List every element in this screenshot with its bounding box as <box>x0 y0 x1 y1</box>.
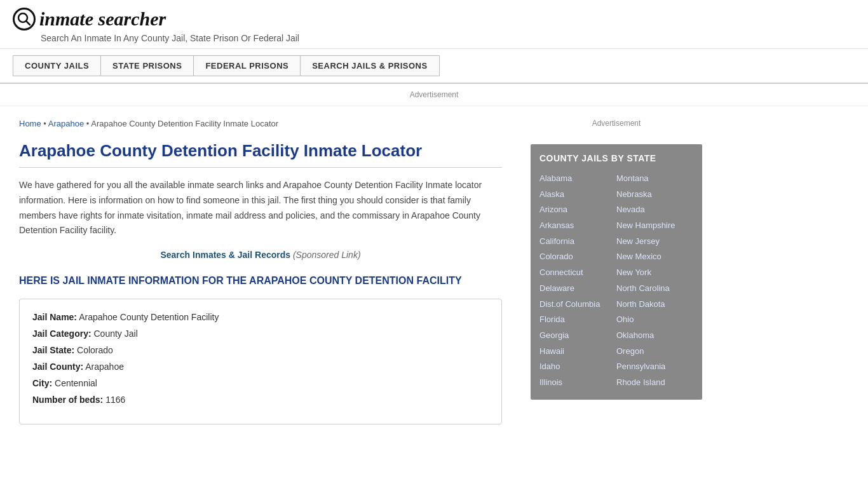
logo-icon <box>13 8 36 30</box>
state-link-idaho[interactable]: Idaho <box>539 359 616 375</box>
jail-state-row: Jail State: Colorado <box>32 345 489 355</box>
jail-category-val: County Jail <box>93 329 137 339</box>
state-link-florida[interactable]: Florida <box>539 312 616 328</box>
state-link-hawaii[interactable]: Hawaii <box>539 344 616 360</box>
breadcrumb-current: Arapahoe County Detention Facility Inmat… <box>91 119 278 128</box>
state-link-oregon[interactable]: Oregon <box>616 344 693 360</box>
state-link-ohio[interactable]: Ohio <box>616 312 693 328</box>
state-link-rhode-island[interactable]: Rhode Island <box>616 375 693 391</box>
state-link-new-mexico[interactable]: New Mexico <box>616 249 693 265</box>
state-link-new-hampshire[interactable]: New Hampshire <box>616 218 693 234</box>
state-box-title: COUNTY JAILS BY STATE <box>539 153 693 163</box>
beds-val: 1166 <box>105 395 125 405</box>
state-link-pennsylvania[interactable]: Pennsylvania <box>616 359 693 375</box>
breadcrumb-section-link[interactable]: Arapahoe <box>48 119 84 128</box>
state-link-north-dakota[interactable]: North Dakota <box>616 297 693 313</box>
state-link-north-carolina[interactable]: North Carolina <box>616 281 693 297</box>
sponsored-link[interactable]: Search Inmates & Jail Records <box>160 250 290 260</box>
jail-category-row: Jail Category: County Jail <box>32 329 489 339</box>
nav-item-federal-prisons[interactable]: FEDERAL PRISONS <box>193 55 300 76</box>
info-box: Jail Name: Arapahoe County Detention Fac… <box>19 299 502 424</box>
state-link-new-york[interactable]: New York <box>616 265 693 281</box>
states-col1: AlabamaAlaskaArizonaArkansasCaliforniaCo… <box>539 171 616 391</box>
breadcrumb-home-link[interactable]: Home <box>19 119 41 128</box>
breadcrumb-separator-1: • <box>43 119 48 128</box>
nav-link-federal-prisons[interactable]: FEDERAL PRISONS <box>193 55 300 76</box>
logo-area: inmate searcher <box>13 8 855 30</box>
beds-row: Number of beds: 1166 <box>32 395 489 405</box>
state-link-arkansas[interactable]: Arkansas <box>539 218 616 234</box>
page-title: Arapahoe County Detention Facility Inmat… <box>19 141 502 168</box>
state-link-alaska[interactable]: Alaska <box>539 187 616 203</box>
state-link-nevada[interactable]: Nevada <box>616 202 693 218</box>
city-row: City: Centennial <box>32 378 489 388</box>
state-link-distof-columbia[interactable]: Dist.of Columbia <box>539 297 616 313</box>
ad-bar: Advertisement <box>0 84 868 106</box>
state-box: COUNTY JAILS BY STATE AlabamaAlaskaArizo… <box>531 144 702 400</box>
nav-list: COUNTY JAILS STATE PRISONS FEDERAL PRISO… <box>13 55 855 76</box>
state-link-alabama[interactable]: Alabama <box>539 171 616 187</box>
city-label: City: <box>32 378 52 388</box>
logo-text: inmate searcher <box>39 8 166 30</box>
jail-state-label: Jail State: <box>32 345 74 355</box>
sidebar: Advertisement COUNTY JAILS BY STATE Alab… <box>521 106 712 437</box>
nav-item-search[interactable]: SEARCH JAILS & PRISONS <box>300 55 439 76</box>
jail-name-row: Jail Name: Arapahoe County Detention Fac… <box>32 312 489 322</box>
state-link-oklahoma[interactable]: Oklahoma <box>616 328 693 344</box>
svg-line-1 <box>27 22 31 25</box>
state-link-colorado[interactable]: Colorado <box>539 249 616 265</box>
state-link-arizona[interactable]: Arizona <box>539 202 616 218</box>
nav-link-search[interactable]: SEARCH JAILS & PRISONS <box>300 55 439 76</box>
description: We have gathered for you all the availab… <box>19 178 502 238</box>
state-link-montana[interactable]: Montana <box>616 171 693 187</box>
city-val: Centennial <box>55 378 97 388</box>
state-link-nebraska[interactable]: Nebraska <box>616 187 693 203</box>
jail-name-label: Jail Name: <box>32 312 77 322</box>
sidebar-ad: Advertisement <box>531 112 702 134</box>
jail-name-val: Arapahoe County Detention Facility <box>79 312 219 322</box>
state-link-new-jersey[interactable]: New Jersey <box>616 234 693 250</box>
state-link-delaware[interactable]: Delaware <box>539 281 616 297</box>
jail-state-val: Colorado <box>77 345 113 355</box>
jail-category-label: Jail Category: <box>32 329 92 339</box>
nav: COUNTY JAILS STATE PRISONS FEDERAL PRISO… <box>0 49 868 84</box>
beds-label: Number of beds: <box>32 395 103 405</box>
content: Home • Arapahoe • Arapahoe County Detent… <box>0 106 521 437</box>
header: inmate searcher Search An Inmate In Any … <box>0 0 868 49</box>
sponsored-link-section: Search Inmates & Jail Records (Sponsored… <box>19 250 502 260</box>
nav-link-county-jails[interactable]: COUNTY JAILS <box>13 55 100 76</box>
tagline: Search An Inmate In Any County Jail, Sta… <box>41 33 855 43</box>
nav-item-county-jails[interactable]: COUNTY JAILS <box>13 55 100 76</box>
jail-county-row: Jail County: Arapahoe <box>32 362 489 372</box>
jail-county-label: Jail County: <box>32 362 83 372</box>
state-grid: AlabamaAlaskaArizonaArkansasCaliforniaCo… <box>539 171 693 391</box>
nav-item-state-prisons[interactable]: STATE PRISONS <box>100 55 193 76</box>
state-link-illinois[interactable]: Illinois <box>539 375 616 391</box>
sponsored-suffix-text: (Sponsored Link) <box>293 250 361 260</box>
jail-county-val: Arapahoe <box>85 362 124 372</box>
states-col2: MontanaNebraskaNevadaNew HampshireNew Je… <box>616 171 693 391</box>
nav-link-state-prisons[interactable]: STATE PRISONS <box>100 55 193 76</box>
state-link-connecticut[interactable]: Connecticut <box>539 265 616 281</box>
state-link-california[interactable]: California <box>539 234 616 250</box>
breadcrumb: Home • Arapahoe • Arapahoe County Detent… <box>19 119 502 128</box>
main: Home • Arapahoe • Arapahoe County Detent… <box>0 106 868 437</box>
state-link-georgia[interactable]: Georgia <box>539 328 616 344</box>
section-heading: HERE IS JAIL INMATE INFORMATION FOR THE … <box>19 274 502 288</box>
